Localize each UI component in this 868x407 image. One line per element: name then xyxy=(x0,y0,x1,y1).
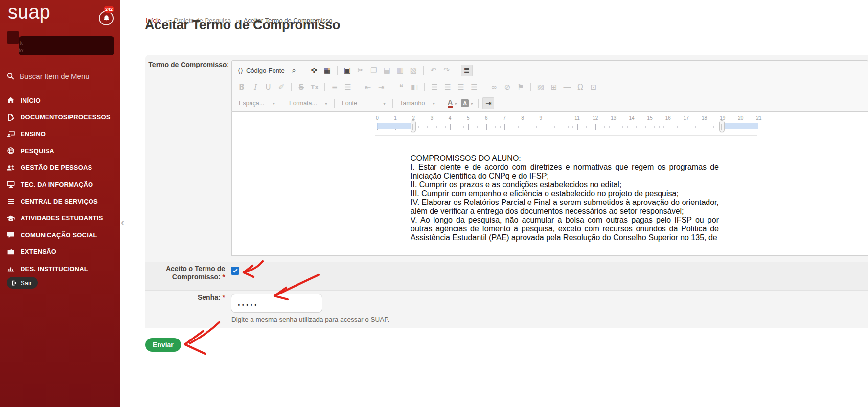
font-select[interactable]: Fonte▾ xyxy=(339,97,388,109)
sidebar-item-comunicacao-social[interactable]: COMUNICAÇÃO SOCIAL xyxy=(0,226,120,243)
ruler-number: 3 xyxy=(431,115,434,121)
senha-input[interactable] xyxy=(231,294,322,313)
logout-icon xyxy=(11,280,18,286)
chevron-down-icon: ▾ xyxy=(454,101,457,106)
ruler-right-margin xyxy=(722,123,758,129)
bold-button: B xyxy=(236,81,248,93)
sidebar-item-documentos-processos[interactable]: DOCUMENTOS/PROCESSOS xyxy=(0,109,120,125)
toolbar-row-1: ⟨⟩ Código-Fonte ⌕✜▦▣✂❐▤▥▧↶↷≣ xyxy=(236,63,866,78)
link-button: ∞ xyxy=(488,81,500,93)
suap-logo[interactable]: suap xyxy=(8,1,50,23)
sidebar-item-gestao-de-pessoas[interactable]: GESTÃO DE PESSOAS xyxy=(0,159,120,176)
copy-button: ❐ xyxy=(368,65,380,76)
ruler: 01234567891112131415161718192021 xyxy=(377,115,759,137)
source-code-button[interactable]: ⟨⟩ Código-Fonte xyxy=(236,65,287,76)
chevron-down-icon: ▾ xyxy=(433,101,435,106)
select-all-button[interactable]: ≣ xyxy=(461,65,473,76)
font-size-select[interactable]: Tamanho▾ xyxy=(397,97,438,109)
preview-button[interactable]: ⌕ xyxy=(288,65,300,76)
sidebar-item-pesquisa[interactable]: PESQUISA xyxy=(0,142,120,159)
document-text[interactable]: COMPROMISSOS DO ALUNO: I. Estar ciente e… xyxy=(411,154,719,242)
sidebar-item-central-de-servicos[interactable]: CENTRAL DE SERVIÇOS xyxy=(0,193,120,209)
notifications-button[interactable] xyxy=(99,11,114,25)
paragraph-format-select[interactable]: Formata...▾ xyxy=(286,97,330,109)
text-color-icon: A xyxy=(448,99,453,108)
text-color-button[interactable]: A ▾ xyxy=(446,97,458,109)
chevron-down-icon: ▾ xyxy=(273,101,275,106)
document-paragraph: IV. Elaborar os Relatórios Parcial e Fin… xyxy=(411,198,719,216)
outdent-button: ⇤ xyxy=(362,81,374,93)
ruler-number: 12 xyxy=(593,115,598,121)
sidebar-item-inicio[interactable]: INÍCIO xyxy=(0,92,120,109)
ruler-number: 8 xyxy=(521,115,524,121)
document-pen-icon xyxy=(6,113,15,121)
briefcase-icon xyxy=(6,248,15,256)
chalkboard-user-icon xyxy=(6,130,15,138)
user-info-redacted[interactable]: te to: xyxy=(19,36,114,55)
submit-button[interactable]: Enviar xyxy=(145,338,181,352)
underline-button: U xyxy=(262,81,274,93)
list-icon xyxy=(6,198,15,205)
paste-button: ▤ xyxy=(381,65,393,76)
undo-button: ↶ xyxy=(428,65,439,76)
sidebar-item-atividades-estudantis[interactable]: ATIVIDADES ESTUDANTIS xyxy=(0,210,120,226)
home-icon xyxy=(6,96,15,104)
sidebar-item-des-institucional[interactable]: DES. INSTITUCIONAL xyxy=(0,260,120,277)
sidebar-item-ensino[interactable]: ENSINO xyxy=(0,126,120,142)
desktop-icon xyxy=(6,181,15,188)
paragraph-indent-button[interactable]: ⇥ xyxy=(482,97,494,109)
special-char-button: Ω xyxy=(574,81,586,93)
ruler-number: 16 xyxy=(665,115,671,121)
cut-button: ✂ xyxy=(355,65,366,76)
page-right-edge xyxy=(757,135,757,255)
source-code-icon: ⟨⟩ xyxy=(238,67,243,74)
background-color-button[interactable]: A ▾ xyxy=(459,97,474,109)
rich-text-editor: ⟨⟩ Código-Fonte ⌕✜▦▣✂❐▤▥▧↶↷≣ BIU✐STx≡☰⇤⇥… xyxy=(231,60,868,256)
ruler-number: 18 xyxy=(702,115,707,121)
user-avatar[interactable] xyxy=(7,31,19,44)
save-button[interactable]: ▣ xyxy=(342,65,353,76)
ruler-number: 6 xyxy=(485,115,488,121)
editor-content-area[interactable]: 01234567891112131415161718192021 COMPROM… xyxy=(231,112,868,256)
comment-icon xyxy=(6,231,15,239)
sidebar-collapse-toggle[interactable]: ‹ xyxy=(121,217,124,228)
senha-label: Senha: * xyxy=(147,294,225,301)
italic-button: I xyxy=(249,81,261,93)
termo-label: Termo de Compromisso: xyxy=(147,61,229,68)
sidebar-menu: INÍCIO DOCUMENTOS/PROCESSOS ENSINO PESQU… xyxy=(0,92,120,277)
redo-button: ↷ xyxy=(441,65,453,76)
editor-toolbar: ⟨⟩ Código-Fonte ⌕✜▦▣✂❐▤▥▧↶↷≣ BIU✐STx≡☰⇤⇥… xyxy=(231,60,868,112)
sidebar-item-tec-da-informacao[interactable]: TEC. DA INFORMAÇÃO xyxy=(0,176,120,193)
ruler-right-margin-handle[interactable] xyxy=(719,120,725,132)
background-color-icon: A xyxy=(461,99,469,107)
paste-text-button: ▥ xyxy=(394,65,406,76)
search-icon xyxy=(7,72,14,80)
strikethrough-button: S xyxy=(296,81,307,93)
ruler-number: 14 xyxy=(629,115,634,121)
document-paragraph: III. Cumprir com empenho e eficiência o … xyxy=(411,189,719,198)
div-container-button: ◧ xyxy=(409,81,420,93)
toolbar-row-2: BIU✐STx≡☰⇤⇥❝◧☰☰☰☰∞⊘⚑▨⊞―Ω⊡ xyxy=(236,80,866,94)
ruler-number: 17 xyxy=(684,115,689,121)
graduation-cap-icon xyxy=(6,214,15,222)
chevron-down-icon: ▾ xyxy=(325,101,327,106)
ruler-number: 7 xyxy=(503,115,506,121)
line-spacing-select[interactable]: Espaça...▾ xyxy=(236,97,278,109)
logout-button[interactable]: Sair xyxy=(7,277,38,289)
menu-search-input[interactable] xyxy=(19,71,107,81)
form-row-accept xyxy=(145,262,868,290)
align-center-button: ☰ xyxy=(442,81,454,93)
accept-label: Aceito o Termo de Compromisso: * xyxy=(142,265,225,281)
accept-checkbox[interactable] xyxy=(231,267,239,275)
show-blocks-button[interactable]: ▦ xyxy=(321,65,333,76)
anchor-button: ⚑ xyxy=(515,81,526,93)
bar-chart-icon xyxy=(6,265,15,272)
document-paragraph: II. Cumprir os prazos e as condições est… xyxy=(411,181,719,189)
ruler-number: 5 xyxy=(467,115,470,121)
align-right-button: ☰ xyxy=(455,81,467,93)
ruler-left-margin-handle[interactable] xyxy=(411,120,416,132)
copy-formatting-button: ✐ xyxy=(275,81,287,93)
maximize-button[interactable]: ✜ xyxy=(308,65,320,76)
ruler-number: 15 xyxy=(647,115,653,121)
sidebar-item-extensao[interactable]: EXTENSÃO xyxy=(0,244,120,260)
